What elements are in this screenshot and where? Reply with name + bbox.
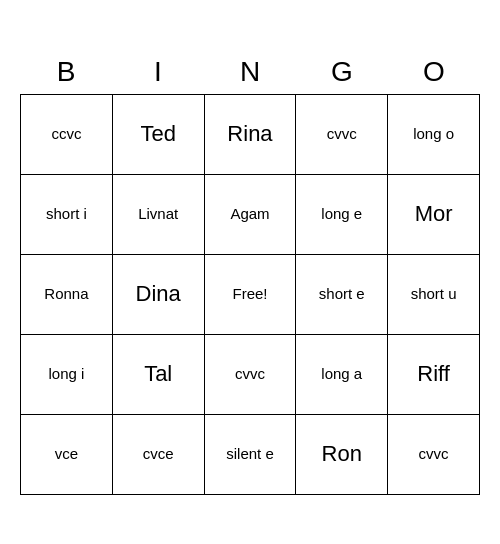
bingo-cell-r0-c2: Rina [205, 95, 297, 175]
bingo-cell-r0-c1: Ted [113, 95, 205, 175]
bingo-cell-r3-c0: long i [21, 335, 113, 415]
bingo-cell-r4-c3: Ron [296, 415, 388, 495]
bingo-cell-r4-c1: cvce [113, 415, 205, 495]
bingo-cell-r1-c4: Mor [388, 175, 480, 255]
bingo-header: BINGO [20, 50, 480, 94]
header-letter-g: G [296, 50, 388, 94]
bingo-cell-r2-c0: Ronna [21, 255, 113, 335]
bingo-cell-r3-c2: cvvc [205, 335, 297, 415]
bingo-cell-r3-c1: Tal [113, 335, 205, 415]
bingo-card: BINGO ccvcTedRinacvvclong oshort iLivnat… [20, 50, 480, 495]
bingo-cell-r1-c3: long e [296, 175, 388, 255]
bingo-cell-r1-c2: Agam [205, 175, 297, 255]
bingo-cell-r2-c3: short e [296, 255, 388, 335]
header-letter-i: I [112, 50, 204, 94]
header-letter-n: N [204, 50, 296, 94]
header-letter-b: B [20, 50, 112, 94]
bingo-cell-r0-c0: ccvc [21, 95, 113, 175]
bingo-cell-r3-c3: long a [296, 335, 388, 415]
bingo-cell-r4-c2: silent e [205, 415, 297, 495]
bingo-cell-r2-c1: Dina [113, 255, 205, 335]
bingo-cell-r3-c4: Riff [388, 335, 480, 415]
bingo-cell-r4-c4: cvvc [388, 415, 480, 495]
bingo-cell-r1-c0: short i [21, 175, 113, 255]
bingo-cell-r1-c1: Livnat [113, 175, 205, 255]
bingo-cell-r0-c3: cvvc [296, 95, 388, 175]
bingo-grid: ccvcTedRinacvvclong oshort iLivnatAgamlo… [20, 94, 480, 495]
bingo-cell-r2-c4: short u [388, 255, 480, 335]
bingo-cell-r2-c2: Free! [205, 255, 297, 335]
bingo-cell-r4-c0: vce [21, 415, 113, 495]
bingo-cell-r0-c4: long o [388, 95, 480, 175]
header-letter-o: O [388, 50, 480, 94]
